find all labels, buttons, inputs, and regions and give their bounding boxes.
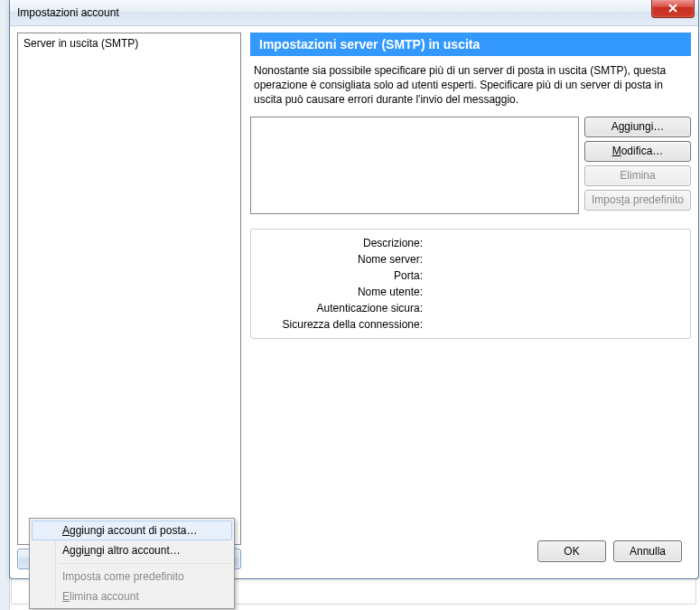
detail-row-port: Porta: bbox=[260, 267, 681, 284]
cancel-label: Annulla bbox=[630, 545, 666, 558]
panel-description: Nonostante sia possibile specificare più… bbox=[250, 56, 691, 117]
left-pane: Server in uscita (SMTP) Azioni account bbox=[17, 33, 241, 569]
detail-row-connsecurity: Sicurezza della connessione: bbox=[260, 316, 681, 333]
panel-header: Impostazioni server (SMTP) in uscita bbox=[250, 33, 691, 56]
menu-remove-account: Elimina account bbox=[32, 587, 232, 606]
detail-value-port bbox=[423, 267, 681, 284]
menu-add-other-account[interactable]: Aggiungi altro account… bbox=[32, 540, 232, 560]
menu-add-mail-label: Aggiungi account di posta… bbox=[62, 524, 197, 537]
menu-separator bbox=[59, 563, 230, 564]
detail-label-description: Descrizione: bbox=[260, 235, 423, 251]
tree-item-smtp[interactable]: Server in uscita (SMTP) bbox=[23, 35, 235, 52]
menu-add-other-label: Aggiungi altro account… bbox=[62, 544, 181, 557]
detail-label-servername: Nome server: bbox=[260, 251, 423, 267]
menu-add-mail-account[interactable]: Aggiungi account di posta… bbox=[32, 521, 232, 540]
menu-remove-label: Elimina account bbox=[62, 590, 139, 603]
detail-label-username: Nome utente: bbox=[260, 284, 423, 300]
detail-row-description: Descrizione: bbox=[260, 235, 681, 251]
dialog-content: Server in uscita (SMTP) Azioni account I… bbox=[17, 33, 691, 569]
account-tree[interactable]: Server in uscita (SMTP) bbox=[17, 33, 241, 545]
edit-server-label: Modifica… bbox=[612, 145, 664, 157]
edit-server-button[interactable]: Modifica… bbox=[584, 141, 691, 162]
dialog-buttons: OK Annulla bbox=[537, 540, 682, 562]
detail-row-username: Nome utente: bbox=[260, 284, 681, 300]
menu-set-default-label: Imposta come predefinito bbox=[62, 570, 184, 583]
detail-row-servername: Nome server: bbox=[260, 251, 681, 267]
add-server-label: Aggiungi… bbox=[611, 120, 665, 133]
account-settings-window: Impostazioni account Server in uscita (S… bbox=[9, 0, 699, 579]
close-icon bbox=[667, 4, 678, 13]
add-server-button[interactable]: Aggiungi… bbox=[584, 117, 691, 137]
set-default-server-label: Imposta predefinito bbox=[592, 193, 684, 206]
titlebar[interactable]: Impostazioni account bbox=[10, 0, 698, 26]
remove-server-label: Elimina bbox=[620, 169, 655, 182]
cancel-button[interactable]: Annulla bbox=[613, 540, 682, 562]
detail-label-connsecurity: Sicurezza della connessione: bbox=[260, 316, 423, 333]
detail-value-connsecurity bbox=[423, 316, 681, 333]
smtp-server-list[interactable] bbox=[250, 117, 579, 214]
detail-row-secureauth: Autenticazione sicura: bbox=[260, 300, 681, 316]
server-buttons: Aggiungi… Modifica… Elimina Imposta pred… bbox=[584, 117, 691, 214]
close-button[interactable] bbox=[651, 0, 695, 18]
window-title: Impostazioni account bbox=[17, 6, 119, 19]
detail-value-secureauth bbox=[423, 300, 681, 316]
ok-label: OK bbox=[564, 545, 579, 558]
right-pane: Impostazioni server (SMTP) in uscita Non… bbox=[250, 33, 691, 569]
detail-value-servername bbox=[423, 251, 681, 267]
server-details-group: Descrizione: Nome server: Porta: Nome ut… bbox=[250, 229, 691, 339]
set-default-server-button: Imposta predefinito bbox=[584, 190, 691, 211]
remove-server-button: Elimina bbox=[584, 165, 691, 186]
ok-button[interactable]: OK bbox=[537, 540, 606, 562]
detail-value-description bbox=[423, 235, 681, 251]
menu-set-default: Imposta come predefinito bbox=[32, 567, 232, 587]
server-row: Aggiungi… Modifica… Elimina Imposta pred… bbox=[250, 117, 691, 214]
detail-value-username bbox=[423, 284, 681, 300]
detail-label-secureauth: Autenticazione sicura: bbox=[260, 300, 423, 316]
detail-label-port: Porta: bbox=[260, 267, 423, 284]
account-actions-menu: Aggiungi account di posta… Aggiungi altr… bbox=[29, 518, 235, 609]
